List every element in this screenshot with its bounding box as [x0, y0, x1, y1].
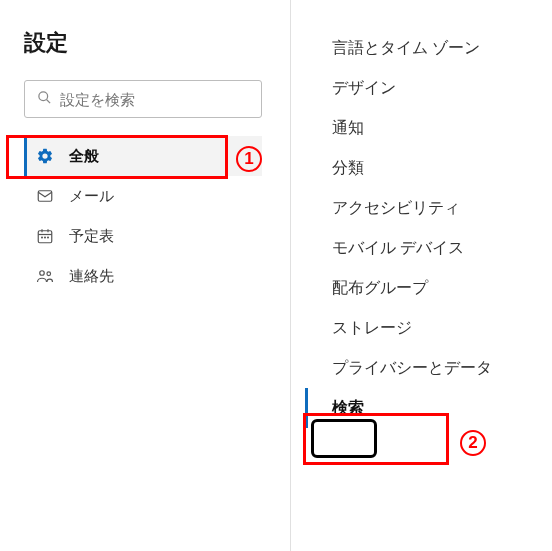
sidebar-item-label: 連絡先 [69, 267, 114, 286]
settings-content: 言語とタイム ゾーン デザイン 通知 分類 アクセシビリティ モバイル デバイス… [290, 0, 552, 551]
general-submenu: 言語とタイム ゾーン デザイン 通知 分類 アクセシビリティ モバイル デバイス… [291, 28, 552, 428]
menu-item-privacy-data[interactable]: プライバシーとデータ [305, 348, 552, 388]
search-icon [37, 90, 52, 109]
gear-icon [35, 146, 55, 166]
menu-item-mobile-devices[interactable]: モバイル デバイス [305, 228, 552, 268]
sidebar-item-label: メール [69, 187, 114, 206]
people-icon [35, 266, 55, 286]
menu-item-label: 言語とタイム ゾーン [332, 38, 480, 59]
menu-item-label: 分類 [332, 158, 364, 179]
mail-icon [35, 186, 55, 206]
calendar-icon [35, 226, 55, 246]
menu-item-categories[interactable]: 分類 [305, 148, 552, 188]
menu-item-label: デザイン [332, 78, 396, 99]
page-title: 設定 [24, 28, 262, 58]
sidebar-item-mail[interactable]: メール [24, 176, 262, 216]
menu-item-storage[interactable]: ストレージ [305, 308, 552, 348]
menu-item-distribution-groups[interactable]: 配布グループ [305, 268, 552, 308]
svg-point-7 [42, 237, 43, 238]
svg-point-9 [48, 237, 49, 238]
sidebar-item-label: 予定表 [69, 227, 114, 246]
menu-item-label: 配布グループ [332, 278, 428, 299]
search-input[interactable] [60, 91, 249, 108]
sidebar-item-label: 全般 [69, 147, 99, 166]
menu-item-label: アクセシビリティ [332, 198, 460, 219]
sidebar-item-general[interactable]: 全般 [24, 136, 262, 176]
search-input-wrapper[interactable] [24, 80, 262, 118]
menu-item-design[interactable]: デザイン [305, 68, 552, 108]
sidebar-item-calendar[interactable]: 予定表 [24, 216, 262, 256]
svg-rect-2 [38, 191, 52, 202]
svg-point-8 [45, 237, 46, 238]
menu-item-accessibility[interactable]: アクセシビリティ [305, 188, 552, 228]
menu-item-label: 通知 [332, 118, 364, 139]
settings-app: 設定 全般 メール [0, 0, 552, 551]
sidebar-item-contacts[interactable]: 連絡先 [24, 256, 262, 296]
svg-point-10 [40, 271, 45, 276]
menu-item-language-timezone[interactable]: 言語とタイム ゾーン [305, 28, 552, 68]
menu-item-label: プライバシーとデータ [332, 358, 492, 379]
menu-item-search[interactable]: 検索 [305, 388, 552, 428]
menu-item-label: ストレージ [332, 318, 412, 339]
svg-point-0 [39, 91, 48, 100]
menu-item-label: 検索 [332, 398, 364, 419]
menu-item-label: モバイル デバイス [332, 238, 464, 259]
settings-sidebar: 設定 全般 メール [0, 0, 280, 551]
svg-line-1 [47, 99, 50, 102]
menu-item-notifications[interactable]: 通知 [305, 108, 552, 148]
svg-point-11 [47, 272, 51, 276]
sidebar-nav: 全般 メール 予定表 連絡先 [24, 136, 262, 296]
